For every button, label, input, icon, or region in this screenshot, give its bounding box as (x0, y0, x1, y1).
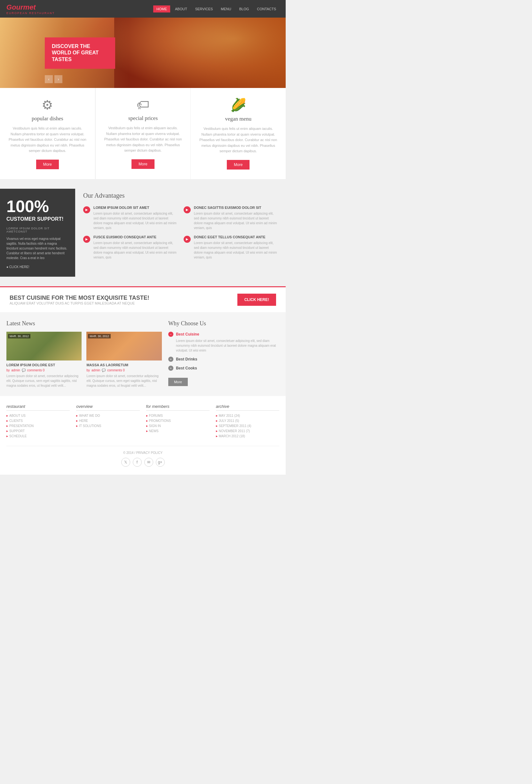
why-header-1[interactable]: + Best Drinks (168, 357, 279, 362)
news-date-0: MAR. 30, 2012 (8, 333, 30, 340)
why-item-title-1: Best Drinks (176, 357, 197, 361)
nav-home[interactable]: HOME (153, 5, 170, 12)
footer-link-schedule[interactable]: SCHEDULE (6, 435, 70, 438)
news-author-1: admin (91, 368, 100, 372)
news-comments-0: comments 0 (27, 368, 45, 372)
cs-title: CUSTOMER SUPPORT! (6, 216, 69, 222)
footer-link-forums[interactable]: FORUMS (146, 414, 209, 417)
hero-prev-button[interactable]: ‹ (45, 75, 53, 83)
social-googleplus-icon[interactable]: g+ (156, 458, 165, 467)
nav-menu[interactable]: MENU (218, 5, 234, 12)
news-date-1: MAR. 30, 2012 (88, 333, 110, 340)
feature-more-button-2[interactable]: More (227, 160, 250, 170)
why-item-1: + Best Drinks (168, 357, 279, 362)
nav-blog[interactable]: BLOG (236, 5, 252, 12)
footer-link-sep2011[interactable]: SEPTEMBER 2011 (4) (216, 424, 279, 428)
news-img-container-1: MAR. 30, 2012 (86, 332, 162, 361)
footer-bottom: © 2014 / PRIVACY POLICY 𝕏 f ✉ g+ (6, 446, 279, 467)
footer-link-may2011[interactable]: MAY 2011 (24) (216, 414, 279, 417)
footer-link-signin[interactable]: SIGN IN (146, 424, 209, 428)
footer-restaurant-title: restaurant (6, 404, 70, 411)
adv-text-0: Lorem ipsum dolor sit amet, consectetuer… (93, 211, 177, 230)
footer-col-members: for members FORUMS PROMOTIONS SIGN IN NE… (146, 404, 209, 440)
news-item-0: MAR. 30, 2012 LOREM IPSUM DOLORE EST by … (6, 332, 82, 388)
logo-g: G (6, 3, 12, 11)
why-item-title-2: Best Cooks (176, 366, 197, 370)
feature-more-button-1[interactable]: More (132, 159, 154, 169)
footer-overview-title: overview (76, 404, 139, 411)
nav-contacts[interactable]: CONTACTS (254, 5, 279, 12)
footer-grid: restaurant ABOUT US CLIENTS PRESENTATION… (6, 404, 279, 440)
hero-title: DISCOVER THE WORLD OF GREAT TASTES (52, 43, 108, 63)
footer-link-presentation[interactable]: PRESENTATION (6, 424, 70, 428)
footer-link-july2011[interactable]: JULY 2011 (5) (216, 419, 279, 423)
footer-link-whatwedo[interactable]: WHAT WE DO (76, 414, 139, 417)
why-title: Why Choose Us (168, 320, 279, 327)
adv-content-1: DONEC SAGITTIS EUISMOD DOLOR SIT Lorem i… (194, 206, 278, 230)
bottom-section: Latest News MAR. 30, 2012 LOREM IPSUM DO… (0, 312, 286, 396)
feature-title-2: vegan menu (199, 116, 278, 122)
advantages-section: 100% CUSTOMER SUPPORT! LOREM IPSUM DOLOR… (0, 179, 286, 286)
news-by-label-1: by (86, 368, 90, 372)
social-twitter-icon[interactable]: 𝕏 (121, 458, 130, 467)
social-email-icon[interactable]: ✉ (144, 458, 153, 467)
logo-rest: ourmet (12, 3, 36, 11)
news-excerpt-1: Lorem ipsum dolor sit amet, consectetur … (86, 373, 162, 388)
feature-title-1: special prices (104, 115, 183, 121)
footer-link-support[interactable]: SUPPORT (6, 429, 70, 433)
social-facebook-icon[interactable]: f (133, 458, 142, 467)
news-meta-0: by admin 💬 comments 0 (6, 368, 82, 372)
advantages-content: Our Advantages ▶ LOREM IPSUM DOLOR SIT A… (75, 189, 286, 277)
adv-arrow-0: ▶ (83, 206, 90, 213)
adv-title-3: DONEC EGET TELLUS CONSEQUAT ANTE (194, 235, 278, 239)
cta-sub: ALIQUAM ERAT VOLUTPAT DUIS AC TURPIS EGE… (9, 301, 149, 305)
feature-title-0: popular dishes (8, 115, 87, 122)
features-section: ⚙ popular dishes Vestibulum quis felis u… (0, 88, 286, 179)
footer-link-here[interactable]: HERE (76, 419, 139, 423)
footer-link-it[interactable]: IT SOLUTIONS (76, 424, 139, 428)
footer-link-about[interactable]: ABOUT US (6, 414, 70, 417)
footer-link-news[interactable]: NEWS (146, 429, 209, 433)
adv-item-3: ▶ DONEC EGET TELLUS CONSEQUAT ANTE Lorem… (184, 235, 278, 260)
news-img-container-0: MAR. 30, 2012 (6, 332, 82, 361)
feature-text-1: Vestibulum quis felis ut enim aliquam ia… (104, 125, 183, 153)
cs-sub: LOREM IPSUM DOLOR SIT AMETCONST (6, 227, 69, 233)
why-header-0[interactable]: − Best Cuisine (168, 332, 279, 337)
footer-members-title: for members (146, 404, 209, 411)
cs-link[interactable]: ● CLICK HERE! (6, 265, 69, 269)
popular-dishes-icon: ⚙ (8, 97, 87, 112)
footer-link-nov2011[interactable]: NOVEMBER 2011 (7) (216, 429, 279, 433)
footer-col-restaurant: restaurant ABOUT US CLIENTS PRESENTATION… (6, 404, 70, 440)
footer-link-promotions[interactable]: PROMOTIONS (146, 419, 209, 423)
logo-sub: EUROPEAN RESTAURANT (6, 11, 55, 15)
nav-services[interactable]: SERVICES (192, 5, 216, 12)
news-item-1: MAR. 30, 2012 MASSA AS LAORRETUM by admi… (86, 332, 162, 388)
header: Gourmet EUROPEAN RESTAURANT HOME ABOUT S… (0, 0, 286, 18)
footer-link-mar2012[interactable]: MARCH 2012 (18) (216, 435, 279, 438)
adv-arrow-2: ▶ (83, 236, 90, 243)
adv-title-2: FUSCE EUISMOD CONSEQUAT ANTE (93, 235, 177, 239)
cta-button[interactable]: CLICK HERE! (237, 293, 276, 306)
why-header-2[interactable]: + Best Cooks (168, 366, 279, 371)
cs-percent: 100% (6, 197, 69, 216)
adv-content-0: LOREM IPSUM DOLOR SIT AMET Lorem ipsum d… (93, 206, 177, 230)
feature-text-0: Vestibulum quis felis ut enim aliquam ia… (8, 126, 87, 154)
cta-text-block: BEST CUISINE FOR THE MOST EXQUISITE TAST… (9, 295, 149, 305)
why-choose: Why Choose Us − Best Cuisine Lorem ipsum… (168, 320, 279, 388)
special-prices-icon: 🏷 (104, 97, 183, 112)
adv-text-1: Lorem ipsum dolor sit amet, consectetuer… (194, 211, 278, 230)
hero-next-button[interactable]: › (54, 75, 62, 83)
footer: restaurant ABOUT US CLIENTS PRESENTATION… (0, 396, 286, 475)
hero-section: DISCOVER THE WORLD OF GREAT TASTES ‹ › (0, 18, 286, 88)
feature-more-button-0[interactable]: More (36, 160, 59, 169)
adv-content-2: FUSCE EUISMOD CONSEQUAT ANTE Lorem ipsum… (93, 235, 177, 260)
footer-link-clients[interactable]: CLIENTS (6, 419, 70, 423)
nav-about[interactable]: ABOUT (172, 5, 190, 12)
advantages-title: Our Advantages (83, 192, 278, 199)
why-more-button[interactable]: More (168, 378, 188, 386)
adv-content-3: DONEC EGET TELLUS CONSEQUAT ANTE Lorem i… (194, 235, 278, 260)
main-nav: HOME ABOUT SERVICES MENU BLOG CONTACTS (153, 5, 279, 12)
hero-overlay: DISCOVER THE WORLD OF GREAT TASTES (45, 37, 115, 69)
adv-arrow-3: ▶ (184, 236, 191, 243)
feature-text-2: Vestibulum quis felis ut enim aliquam ia… (199, 126, 278, 154)
